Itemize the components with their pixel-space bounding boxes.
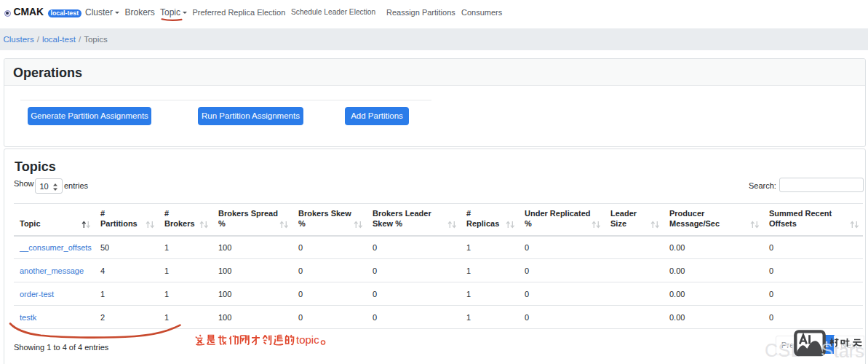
svg-text:topic: topic (296, 334, 319, 346)
